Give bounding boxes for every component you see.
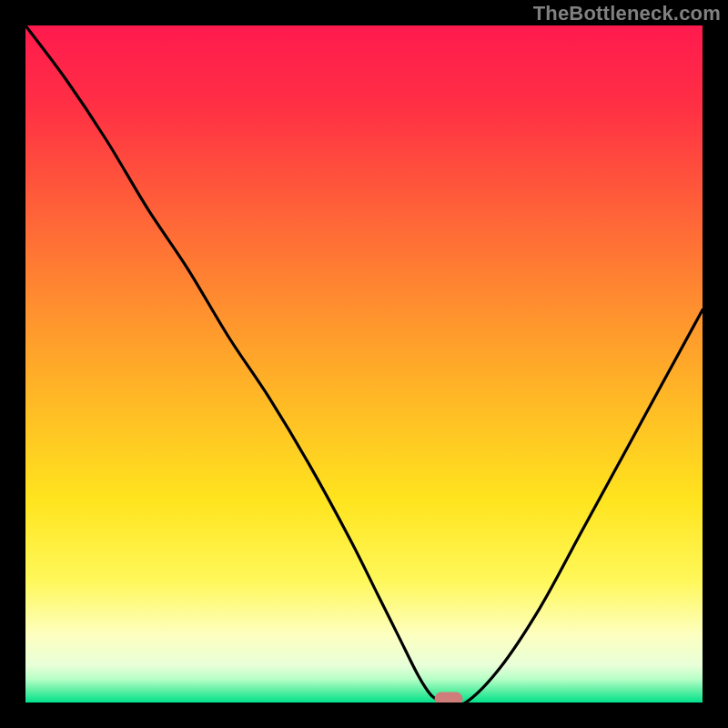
watermark-text: TheBottleneck.com [533, 2, 721, 25]
optimum-marker [435, 693, 463, 703]
bottleneck-curve [25, 25, 703, 703]
chart-frame: TheBottleneck.com [0, 0, 728, 728]
plot-area [25, 25, 703, 703]
